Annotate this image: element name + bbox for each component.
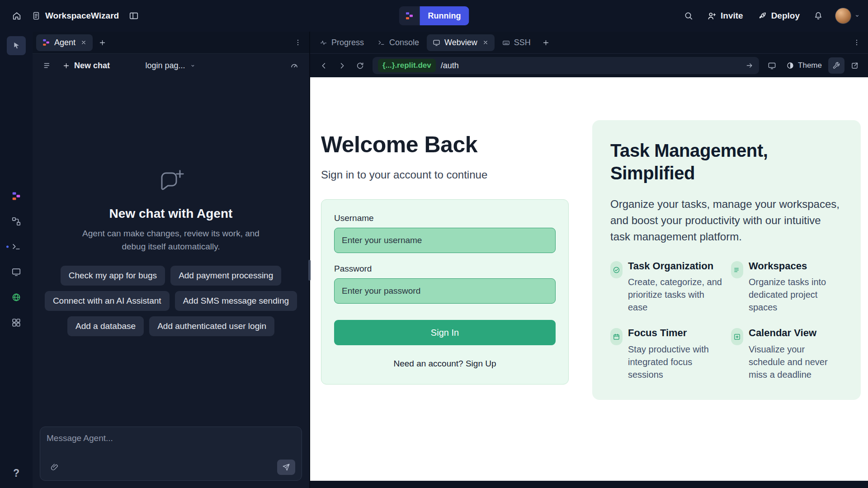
pane-menu-button[interactable] [849, 35, 864, 50]
suggestion-chip[interactable]: Add authenticated user login [149, 316, 274, 336]
suggestion-chip[interactable]: Check my app for bugs [61, 266, 165, 286]
app-title: WorkspaceWizard [32, 11, 119, 21]
password-input[interactable] [334, 278, 556, 304]
notifications-icon [813, 11, 823, 21]
chevron-down-icon [854, 12, 861, 19]
feature-calendar-view: Calendar View Visualize your schedule an… [731, 327, 843, 380]
url-path[interactable]: /auth [441, 61, 459, 70]
run-status-button[interactable]: Running [399, 6, 469, 25]
new-tab-button[interactable] [94, 35, 110, 50]
send-button[interactable] [277, 460, 295, 475]
username-label: Username [334, 213, 556, 223]
layout-button[interactable] [124, 6, 143, 25]
account-menu[interactable] [835, 8, 861, 24]
preview-tabstrip: Progress Console Webview SSH [310, 32, 868, 54]
refresh-button[interactable] [352, 57, 368, 74]
suggestion-chip[interactable]: Connect with an AI Assistant [45, 291, 170, 311]
agent-tabstrip: Agent [33, 32, 309, 54]
sign-up-link[interactable]: Need an account? Sign Up [334, 359, 556, 369]
tab-console[interactable]: Console [372, 34, 425, 51]
chat-selector[interactable]: login pag... [145, 61, 196, 70]
search-icon [684, 11, 693, 21]
close-tab-button[interactable] [80, 39, 87, 46]
tab-ssh[interactable]: SSH [496, 34, 537, 51]
debug-tools-button[interactable] [828, 57, 844, 74]
output-tool-button[interactable] [7, 263, 26, 282]
tab-agent[interactable]: Agent [36, 34, 93, 51]
invite-button[interactable]: Invite [702, 7, 749, 24]
check-circle-icon [610, 261, 623, 278]
password-label: Password [334, 264, 556, 274]
home-button[interactable] [7, 6, 26, 25]
list-lines-icon [731, 261, 743, 278]
plus-icon [99, 39, 106, 47]
username-group: Username [334, 213, 556, 253]
suggestion-chip[interactable]: Add a database [67, 316, 144, 336]
kebab-icon [853, 38, 861, 47]
tools-grid-icon [11, 318, 21, 328]
username-input[interactable] [334, 228, 556, 253]
devtools-button[interactable] [764, 57, 780, 74]
new-chat-button[interactable]: New chat [58, 58, 114, 73]
forward-icon [338, 61, 346, 70]
pointer-tool-button[interactable] [7, 36, 26, 55]
theme-button[interactable]: Theme [782, 58, 826, 73]
notifications-button[interactable] [809, 6, 828, 25]
url-field[interactable]: {...}.replit.dev /auth [373, 57, 759, 74]
agent-icon [11, 191, 21, 201]
help-button[interactable]: ? [7, 464, 26, 483]
feature-description: Create, categorize, and prioritize tasks… [628, 276, 722, 314]
chat-selector-label: login pag... [145, 61, 185, 70]
agent-tool-button[interactable] [7, 187, 26, 206]
all-tools-button[interactable] [7, 313, 26, 332]
deployment-globe-icon [11, 292, 21, 302]
chat-usage-button[interactable] [286, 57, 303, 74]
tab-agent-label: Agent [54, 38, 75, 47]
top-bar-right: Invite Deploy [679, 6, 861, 25]
go-icon[interactable] [745, 61, 754, 70]
suggestion-chip[interactable]: Add SMS message sending [175, 291, 297, 311]
chat-bubble-plus-icon [156, 168, 185, 197]
open-external-button[interactable] [846, 57, 863, 74]
invite-icon [707, 11, 717, 21]
login-title: Welcome Back [321, 131, 569, 158]
usage-gauge-icon [290, 61, 299, 70]
theme-icon [786, 61, 794, 70]
side-rail: ? [0, 32, 33, 488]
message-composer[interactable] [40, 427, 302, 481]
close-icon [482, 39, 489, 46]
refresh-icon [356, 61, 364, 70]
suggestion-chip[interactable]: Add payment processing [170, 266, 281, 286]
back-icon [320, 61, 328, 70]
pane-resize-handle[interactable] [308, 260, 311, 281]
deployment-tool-button[interactable] [7, 288, 26, 307]
new-chat-empty-state: New chat with Agent Agent can make chang… [40, 168, 302, 336]
calendar-icon [610, 328, 623, 345]
back-button[interactable] [316, 57, 332, 74]
deploy-label: Deploy [771, 11, 800, 21]
tab-webview[interactable]: Webview [427, 34, 495, 51]
forward-button[interactable] [334, 57, 350, 74]
chat-history-icon [43, 61, 52, 70]
login-card: Username Password Sign In Need an accoun… [321, 199, 569, 385]
chat-history-button[interactable] [39, 57, 56, 74]
agent-tab-icon [42, 38, 50, 47]
pane-menu-button[interactable] [290, 35, 306, 50]
close-tab-button[interactable] [482, 39, 489, 46]
url-host-pill[interactable]: {...}.replit.dev [378, 59, 436, 72]
message-input[interactable] [47, 433, 295, 445]
deploy-button[interactable]: Deploy [752, 7, 805, 24]
new-chat-label: New chat [74, 61, 110, 70]
search-button[interactable] [679, 6, 698, 25]
shell-tool-button[interactable] [7, 237, 26, 256]
new-tab-button[interactable] [538, 35, 554, 50]
tab-progress[interactable]: Progress [314, 34, 370, 51]
plus-square-icon [731, 328, 743, 345]
attach-button[interactable] [47, 460, 63, 474]
sign-in-button[interactable]: Sign In [334, 320, 556, 345]
composer-toolbar [47, 460, 295, 475]
shell-activity-dot [6, 246, 9, 248]
feature-title: Calendar View [749, 327, 843, 339]
suggestion-chips: Check my app for bugs Add payment proces… [40, 266, 302, 336]
workflows-tool-button[interactable] [7, 212, 26, 231]
